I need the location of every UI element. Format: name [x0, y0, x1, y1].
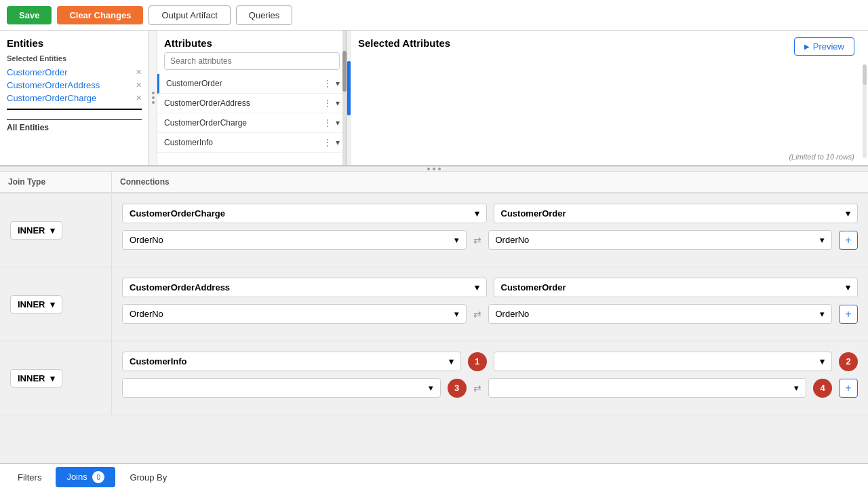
joins-content: INNER ▾ CustomerOrderCharge ▾ CustomerOr…: [0, 193, 868, 463]
left-entity-select-3[interactable]: CustomerInfo ▾: [122, 352, 461, 371]
join-type-select-3[interactable]: INNER ▾: [10, 369, 62, 388]
add-connection-button-3[interactable]: +: [839, 379, 858, 398]
right-field-select-1[interactable]: OrderNo ▾: [488, 230, 833, 250]
left-field-select-3[interactable]: ▾: [122, 378, 441, 398]
tab-joins[interactable]: Joins 0: [56, 467, 115, 487]
join-row-2: INNER ▾ CustomerOrderAddress ▾ CustomerO…: [0, 267, 868, 341]
right-field-select-2[interactable]: OrderNo ▾: [488, 304, 833, 324]
queries-button[interactable]: Queries: [236, 5, 293, 25]
badge-1: 1: [468, 352, 487, 371]
badge-4: 4: [813, 379, 832, 398]
remove-entity-icon[interactable]: ✕: [136, 68, 142, 77]
join-type-chevron-1: ▾: [50, 225, 55, 235]
more-options-icon[interactable]: ⋮: [323, 117, 332, 128]
entity-item-customerordercharge[interactable]: CustomerOrderCharge ✕: [7, 92, 142, 105]
more-options-icon[interactable]: ⋮: [323, 137, 332, 148]
attr-scroll-bar: [347, 61, 351, 115]
scrollbar[interactable]: [342, 31, 347, 165]
field-select-row-1: OrderNo ▾ ⇄ OrderNo ▾ +: [122, 230, 858, 250]
chevron-down-icon: ▾: [820, 235, 825, 245]
filters-label: Filters: [18, 472, 41, 483]
horizontal-resize-handle[interactable]: [0, 166, 868, 172]
connections-cell-3: CustomerInfo ▾ 1 ▾ 2 ▾: [112, 341, 868, 415]
right-entity-select-1[interactable]: CustomerOrder ▾: [494, 204, 859, 223]
chevron-down-icon: ▾: [820, 356, 825, 366]
right-entity-select-2[interactable]: CustomerOrder ▾: [494, 278, 859, 297]
left-field-select-1[interactable]: OrderNo ▾: [122, 230, 467, 250]
swap-icon-2: ⇄: [473, 309, 481, 320]
more-options-icon[interactable]: ⋮: [323, 98, 332, 109]
play-icon: ▶: [804, 43, 810, 50]
joins-header-row: Join Type Connections: [0, 172, 868, 193]
right-field-value-1: OrderNo: [496, 235, 530, 245]
resize-dots: [427, 168, 441, 170]
right-field-select-3[interactable]: ▾: [488, 378, 807, 398]
selected-attrs-thumb: [863, 64, 867, 85]
chevron-down-icon: ▾: [475, 282, 479, 293]
tab-filters[interactable]: Filters: [7, 468, 52, 487]
entity-select-row-1: CustomerOrderCharge ▾ CustomerOrder ▾: [122, 204, 858, 223]
save-button[interactable]: Save: [7, 6, 52, 24]
remove-entity-icon[interactable]: ✕: [136, 94, 142, 102]
attr-row-customerorder[interactable]: CustomerOrder ⋮ ▾: [157, 74, 347, 94]
right-entity-value-1: CustomerOrder: [501, 208, 566, 219]
join-type-header: Join Type: [0, 172, 112, 193]
join-type-select-1[interactable]: INNER ▾: [10, 221, 62, 240]
drag-dot: [152, 101, 155, 104]
chevron-down-icon[interactable]: ▾: [336, 138, 340, 147]
join-type-value-2: INNER: [18, 299, 45, 309]
attributes-title: Attributes: [157, 31, 347, 52]
join-type-value-1: INNER: [18, 225, 45, 235]
add-connection-button-1[interactable]: +: [839, 231, 858, 250]
chevron-down-icon: ▾: [454, 309, 459, 319]
selected-attrs-title: Selected Attributes: [358, 37, 861, 49]
attr-name: CustomerOrder: [166, 79, 222, 88]
left-entity-value-1: CustomerOrderCharge: [130, 208, 225, 219]
left-field-value-1: OrderNo: [130, 235, 163, 245]
bottom-tab-bar: Filters Joins 0 Group By: [0, 463, 868, 490]
preview-label: Preview: [813, 41, 844, 52]
selected-attrs-scrollbar[interactable]: [863, 64, 867, 158]
entity-select-row-3: CustomerInfo ▾ 1 ▾ 2: [122, 352, 858, 371]
badge-3: 3: [448, 379, 467, 398]
output-artifact-button[interactable]: Output Artifact: [149, 5, 230, 25]
right-field-value-2: OrderNo: [496, 309, 530, 319]
attr-actions: ⋮ ▾: [323, 98, 340, 109]
badge-2: 2: [839, 352, 858, 371]
vertical-resize-handle[interactable]: [149, 31, 157, 165]
entity-item-customerorder[interactable]: CustomerOrder ✕: [7, 66, 142, 79]
attr-row-customerorderaddress[interactable]: CustomerOrderAddress ⋮ ▾: [157, 94, 347, 113]
right-entity-value-2: CustomerOrder: [501, 282, 566, 293]
entity-name: CustomerOrderCharge: [7, 93, 96, 103]
add-connection-button-2[interactable]: +: [839, 305, 858, 324]
chevron-down-icon[interactable]: ▾: [336, 98, 340, 108]
left-field-value-2: OrderNo: [130, 309, 163, 319]
tab-group-by[interactable]: Group By: [119, 468, 178, 487]
remove-entity-icon[interactable]: ✕: [136, 81, 142, 90]
field-select-row-2: OrderNo ▾ ⇄ OrderNo ▾ +: [122, 304, 858, 324]
chevron-down-icon: ▾: [454, 235, 459, 245]
left-field-select-2[interactable]: OrderNo ▾: [122, 304, 467, 324]
connections-cell-2: CustomerOrderAddress ▾ CustomerOrder ▾ O…: [112, 267, 868, 341]
field-select-row-3: ▾ 3 ⇄ ▾ 4 +: [122, 378, 858, 398]
chevron-down-icon[interactable]: ▾: [336, 79, 340, 88]
join-type-cell-2: INNER ▾: [0, 267, 112, 341]
attr-name: CustomerOrderAddress: [164, 98, 250, 108]
left-entity-select-2[interactable]: CustomerOrderAddress ▾: [122, 278, 487, 297]
search-attributes-input[interactable]: [164, 52, 340, 70]
preview-button[interactable]: ▶ Preview: [794, 37, 854, 56]
right-entity-select-3[interactable]: ▾: [494, 352, 833, 371]
entity-item-customerorderaddress[interactable]: CustomerOrderAddress ✕: [7, 79, 142, 92]
clear-button[interactable]: Clear Changes: [57, 6, 143, 24]
chevron-down-icon[interactable]: ▾: [336, 118, 340, 128]
attr-actions: ⋮ ▾: [323, 78, 340, 89]
attr-row-customerinfo[interactable]: CustomerInfo ⋮ ▾: [157, 133, 347, 153]
attr-row-customerordercharge[interactable]: CustomerOrderCharge ⋮ ▾: [157, 113, 347, 133]
join-type-select-2[interactable]: INNER ▾: [10, 295, 62, 314]
chevron-down-icon: ▾: [449, 356, 454, 366]
left-entity-select-1[interactable]: CustomerOrderCharge ▾: [122, 204, 487, 223]
attr-actions: ⋮ ▾: [323, 117, 340, 128]
more-options-icon[interactable]: ⋮: [323, 78, 332, 89]
top-section: Entities Selected Entities CustomerOrder…: [0, 31, 868, 166]
swap-icon-3: ⇄: [473, 383, 481, 394]
